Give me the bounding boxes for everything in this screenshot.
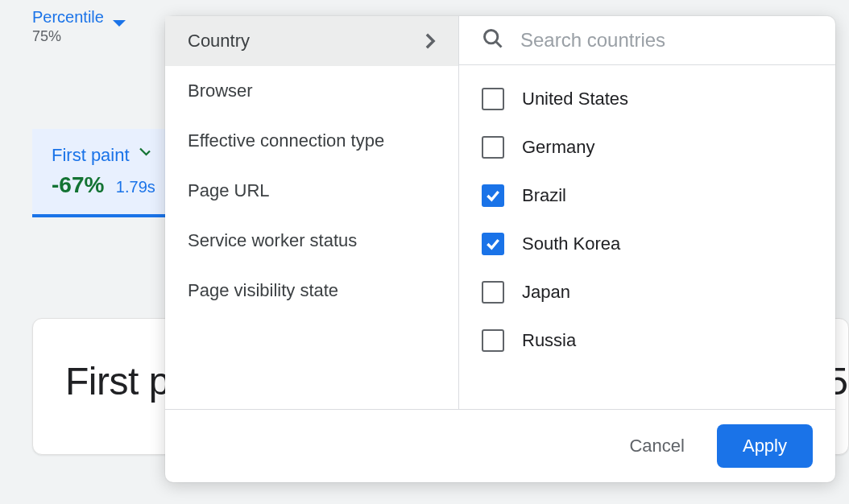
option-label: Germany	[522, 137, 594, 158]
checkbox-icon[interactable]	[482, 329, 504, 352]
option-japan[interactable]: Japan	[459, 268, 835, 316]
option-germany[interactable]: Germany	[459, 123, 835, 171]
filter-category-list: Country Browser Effective connection typ…	[165, 16, 459, 409]
option-label: United States	[522, 89, 628, 109]
trend-down-icon	[138, 145, 152, 163]
filter-category-ect[interactable]: Effective connection type	[165, 116, 458, 166]
checkbox-icon[interactable]	[482, 281, 504, 304]
section-title: First p	[65, 360, 170, 403]
option-label: Russia	[522, 330, 576, 351]
option-label: South Korea	[522, 233, 620, 254]
search-row	[459, 16, 835, 65]
metric-time: 1.79s	[116, 178, 155, 196]
option-united-states[interactable]: United States	[459, 75, 835, 123]
option-label: Brazil	[522, 185, 566, 206]
option-brazil[interactable]: Brazil	[459, 171, 835, 220]
chevron-right-icon	[424, 32, 436, 50]
filter-options-panel: United States Germany Brazil	[459, 16, 835, 409]
svg-point-0	[485, 31, 498, 43]
filter-category-label: Service worker status	[188, 230, 357, 251]
cancel-button[interactable]: Cancel	[619, 428, 694, 465]
filter-body: Country Browser Effective connection typ…	[165, 16, 835, 409]
filter-category-page-url[interactable]: Page URL	[165, 166, 458, 216]
filter-category-country[interactable]: Country	[165, 16, 458, 66]
filter-category-visibility[interactable]: Page visibility state	[165, 266, 458, 316]
filter-category-label: Page visibility state	[188, 280, 338, 301]
filter-category-browser[interactable]: Browser	[165, 66, 458, 116]
option-russia[interactable]: Russia	[459, 316, 835, 365]
filter-category-label: Browser	[188, 81, 253, 101]
filter-category-label: Country	[188, 31, 250, 52]
svg-line-1	[496, 42, 502, 48]
checkbox-icon[interactable]	[482, 184, 504, 207]
filter-category-label: Effective connection type	[188, 130, 384, 151]
option-south-korea[interactable]: South Korea	[459, 220, 835, 268]
percentile-label: Percentile	[32, 8, 104, 27]
filter-category-label: Page URL	[188, 180, 270, 201]
filter-category-sw-status[interactable]: Service worker status	[165, 216, 458, 266]
filter-popover: Country Browser Effective connection typ…	[165, 16, 835, 482]
apply-button[interactable]: Apply	[717, 424, 813, 468]
checkbox-icon[interactable]	[482, 136, 504, 159]
search-icon	[482, 27, 504, 53]
percentile-value: 75%	[32, 28, 104, 45]
metric-title: First paint	[52, 145, 130, 165]
percentile-selector[interactable]: Percentile 75%	[32, 8, 104, 45]
option-label: Japan	[522, 282, 570, 303]
filter-footer: Cancel Apply	[165, 409, 835, 482]
metric-delta: -67%	[52, 172, 104, 197]
search-input[interactable]	[520, 29, 813, 52]
dropdown-arrow-icon[interactable]	[113, 20, 126, 27]
options-scroll[interactable]: United States Germany Brazil	[459, 65, 835, 409]
checkbox-icon[interactable]	[482, 233, 504, 255]
checkbox-icon[interactable]	[482, 88, 504, 110]
